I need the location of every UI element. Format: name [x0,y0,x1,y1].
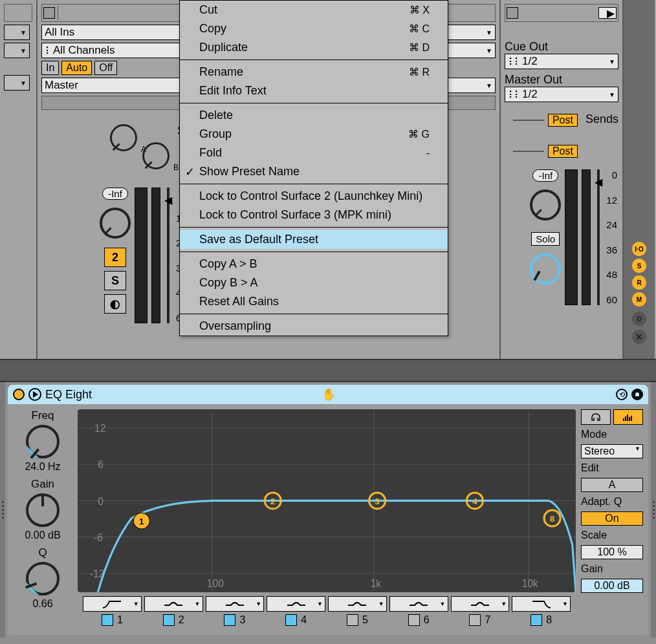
scale-value[interactable]: 100 % [581,545,643,559]
gain-value[interactable]: 0.00 dB [25,530,60,541]
band-type-dropdown[interactable] [206,596,265,612]
gain-knob[interactable] [26,493,60,527]
menu-item-rename[interactable]: Rename⌘ R [180,63,448,81]
level-meter [151,188,160,323]
cue-volume-knob[interactable] [530,253,561,284]
close-icon[interactable]: ✕ [632,330,646,344]
freq-knob[interactable] [26,425,60,458]
post-button-b[interactable]: Post [548,145,578,158]
volume-fader[interactable] [597,169,600,305]
volume-fader[interactable] [167,188,169,323]
band-on-toggle[interactable] [469,614,481,626]
track-activator[interactable]: 2 [104,248,126,267]
menu-item-oversampling[interactable]: Oversampling [180,317,448,336]
io-dropdown[interactable] [4,43,30,58]
band-on-toggle[interactable] [163,614,175,626]
menu-item-label: Copy A > B [199,257,257,271]
play-all-button[interactable]: ▶ [598,7,617,19]
vol-display[interactable]: -Inf [532,169,558,182]
menu-item-reset-all-gains[interactable]: Reset All Gains [180,292,448,311]
mode-dropdown[interactable]: Stereo [581,444,643,458]
band-type-dropdown[interactable] [451,596,510,612]
hot-swap-icon[interactable]: ⟲ [616,389,628,400]
menu-item-delete[interactable]: Delete [180,106,448,125]
headphone-button[interactable] [581,409,611,425]
menu-item-copy[interactable]: Copy⌘ C [180,19,448,38]
menu-item-shortcut: ⌘ R [409,66,430,78]
post-button-a[interactable]: Post [548,114,578,127]
menu-item-duplicate[interactable]: Duplicate⌘ D [180,38,448,57]
horizontal-divider[interactable] [0,359,656,382]
monitor-in-button[interactable]: In [41,61,59,75]
freq-value[interactable]: 24.0 Hz [25,461,60,473]
pan-knob[interactable] [100,208,131,239]
band-type-dropdown[interactable] [144,596,203,612]
io-toggle[interactable]: I·O [632,242,646,256]
band-on-toggle[interactable] [102,614,113,626]
drag-handle-right[interactable] [651,382,656,638]
clip-slot-master[interactable]: ▶ [505,4,618,22]
menu-item-edit-info-text[interactable]: Edit Info Text [180,81,448,100]
solo-cue-button[interactable]: Solo [531,232,560,246]
band-on-toggle[interactable] [530,614,542,626]
q-value[interactable]: 0.66 [32,598,52,610]
menu-item-save-as-default-preset[interactable]: Save as Default Preset [180,230,448,249]
svg-text:6: 6 [98,459,104,470]
device-expand-button[interactable] [28,388,41,401]
band-on-toggle[interactable] [347,614,358,626]
menu-item-fold[interactable]: Fold- [180,144,448,162]
drag-handle-left[interactable] [0,382,5,638]
band-type-dropdown[interactable] [512,596,571,612]
cue-out-dropdown[interactable]: ⫶⫶1/2 [505,54,618,69]
menu-item-cut[interactable]: Cut⌘ X [180,1,448,19]
monitor-off-button[interactable]: Off [94,61,117,75]
clip-slot[interactable] [4,4,32,22]
stop-button[interactable] [43,7,55,19]
band-on-toggle[interactable] [285,614,297,626]
eq-chart[interactable]: 12 6 0 -6 -12 100 1k 10k 1 2 3 4 [78,409,576,592]
q-knob[interactable] [26,562,60,596]
menu-item-copy-a-b[interactable]: Copy A > B [180,255,448,274]
send-b-knob[interactable] [142,142,169,169]
send-line [513,120,544,121]
level-meter [582,169,591,305]
band-number: 1 [117,614,123,626]
band-type-dropdown[interactable] [389,596,448,612]
pan-knob[interactable] [530,189,561,220]
fader-thumb[interactable] [160,197,176,204]
edit-ab-button[interactable]: A [581,478,643,492]
m-toggle[interactable]: M [632,292,646,306]
solo-button[interactable]: S [104,271,126,290]
record-button[interactable]: ◐ [104,294,126,314]
eq-curve-svg: 12 6 0 -6 -12 100 1k 10k 1 2 3 4 [78,409,576,592]
menu-item-group[interactable]: Group⌘ G [180,125,448,144]
menu-item-copy-b-a[interactable]: Copy B > A [180,274,448,292]
menu-item-lock-to-control-surface-2-launchkey-mini[interactable]: Lock to Control Surface 2 (Launchkey Min… [180,187,448,206]
save-preset-icon[interactable] [631,389,643,400]
output-gain-value[interactable]: 0.00 dB [581,579,643,593]
vol-display[interactable]: -Inf [102,188,128,200]
d-toggle[interactable]: D [632,312,646,326]
band-type-dropdown[interactable] [328,596,387,612]
adaptq-button[interactable]: On [581,511,643,526]
menu-item-show-preset-name[interactable]: ✓Show Preset Name [180,162,448,181]
stop-button[interactable] [507,7,518,19]
fader-thumb[interactable] [591,178,606,186]
spectrum-button[interactable] [613,409,643,425]
io-dropdown[interactable] [4,25,30,40]
r-toggle[interactable]: R [632,275,646,290]
device-on-button[interactable] [13,389,25,400]
io-dropdown[interactable] [4,75,30,91]
band-type-dropdown[interactable] [267,596,325,612]
band-type-dropdown[interactable] [83,596,142,612]
menu-item-lock-to-control-surface-3-mpk-mini[interactable]: Lock to Control Surface 3 (MPK mini) [180,206,448,224]
master-out-dropdown[interactable]: ⫶⫶1/2 [505,87,618,102]
device-title: EQ Eight [45,388,318,402]
monitor-auto-button[interactable]: Auto [61,61,92,75]
device-body: Freq 24.0 Hz Gain 0.00 dB Q 0.66 [8,404,648,635]
band-on-toggle[interactable] [224,614,235,626]
band-number: 5 [362,614,368,626]
band-on-toggle[interactable] [408,614,420,626]
s-toggle[interactable]: S [632,259,646,273]
send-a-knob[interactable] [110,124,137,151]
